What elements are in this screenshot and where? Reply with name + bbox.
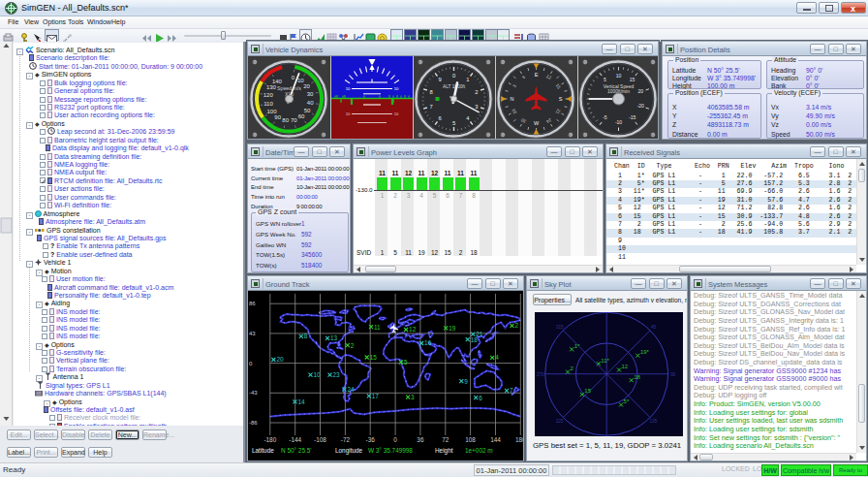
- svg-text:-36: -36: [366, 436, 376, 443]
- svg-text:24: 24: [347, 386, 355, 393]
- svg-text:W: W: [534, 120, 540, 126]
- svg-text:N: N: [511, 96, 514, 102]
- svg-text:135: 135: [650, 419, 658, 424]
- svg-text:18: 18: [634, 374, 640, 380]
- svg-text:Latitude: Latitude: [252, 447, 274, 454]
- svg-text:-43: -43: [249, 390, 258, 396]
- svg-text:1e+002 m: 1e+002 m: [465, 447, 493, 454]
- svg-text:5: 5: [452, 120, 455, 126]
- svg-text:14: 14: [297, 398, 305, 405]
- svg-text:130: 130: [266, 84, 277, 90]
- svg-text:120: 120: [264, 92, 274, 98]
- svg-text:90: 90: [670, 372, 676, 377]
- svg-text:100: 100: [266, 109, 277, 114]
- svg-text:4: 4: [495, 354, 499, 361]
- svg-text:72: 72: [442, 436, 450, 443]
- svg-text:E: E: [535, 72, 539, 78]
- svg-text:Height: Height: [435, 447, 453, 455]
- svg-text:2: 2: [515, 322, 519, 329]
- svg-text:-86: -86: [249, 420, 258, 426]
- svg-text:60: 60: [298, 113, 305, 119]
- svg-text:13: 13: [330, 334, 338, 341]
- svg-text:6: 6: [479, 395, 482, 401]
- svg-text:12: 12: [622, 364, 629, 369]
- svg-text:20: 20: [276, 356, 284, 363]
- svg-text:5: 5: [404, 359, 408, 366]
- svg-text:2: 2: [475, 89, 478, 95]
- svg-text:45: 45: [651, 325, 657, 330]
- svg-text:5: 5: [604, 77, 606, 82]
- svg-text:30: 30: [307, 91, 314, 97]
- svg-text:3: 3: [475, 104, 478, 110]
- svg-text:-20: -20: [637, 103, 644, 109]
- svg-text:-5: -5: [603, 114, 607, 120]
- svg-text:0: 0: [393, 436, 397, 443]
- svg-text:180: 180: [515, 436, 523, 443]
- svg-text:S: S: [559, 96, 563, 102]
- svg-text:10: 10: [394, 86, 399, 91]
- svg-text:108: 108: [465, 436, 476, 443]
- svg-text:10: 10: [314, 371, 322, 378]
- svg-text:11: 11: [374, 324, 381, 331]
- svg-text:18: 18: [471, 336, 479, 343]
- svg-text:1*: 1*: [574, 343, 580, 349]
- svg-text:36: 36: [417, 436, 424, 443]
- svg-text:W 3° 35.749998: W 3° 35.749998: [368, 447, 413, 454]
- svg-text:-108: -108: [314, 436, 326, 443]
- svg-text:80: 80: [282, 117, 289, 123]
- svg-text:-144: -144: [289, 436, 301, 443]
- svg-text:2: 2: [351, 342, 355, 349]
- svg-text:270: 270: [537, 372, 544, 377]
- svg-text:8: 8: [430, 89, 433, 95]
- svg-text:40: 40: [307, 100, 314, 106]
- svg-text:23: 23: [333, 371, 341, 378]
- svg-text:15: 15: [370, 354, 378, 361]
- svg-text:-180: -180: [264, 436, 276, 443]
- svg-text:9: 9: [464, 378, 468, 385]
- svg-text:3: 3: [411, 394, 415, 400]
- svg-text:315: 315: [556, 325, 564, 330]
- svg-text:-10: -10: [615, 119, 622, 125]
- svg-text:70: 70: [291, 117, 297, 123]
- svg-text:-72: -72: [341, 436, 351, 443]
- svg-text:140: 140: [272, 79, 283, 84]
- svg-text:43: 43: [249, 331, 256, 336]
- svg-text:0: 0: [452, 73, 455, 79]
- svg-text:10: 10: [346, 111, 351, 116]
- svg-text:12: 12: [409, 326, 417, 333]
- svg-text:-15: -15: [629, 114, 636, 120]
- svg-text:110: 110: [264, 101, 273, 107]
- svg-text:19: 19: [449, 325, 456, 332]
- svg-text:50: 50: [304, 108, 311, 113]
- svg-text:15: 15: [630, 77, 636, 82]
- svg-text:10: 10: [346, 86, 351, 91]
- svg-text:7: 7: [430, 104, 433, 110]
- svg-text:17: 17: [372, 393, 380, 399]
- svg-text:11*: 11*: [601, 358, 609, 364]
- svg-text:10: 10: [394, 111, 399, 116]
- svg-text:90: 90: [274, 114, 281, 120]
- svg-text:Longitude: Longitude: [335, 447, 363, 455]
- svg-text:1: 1: [466, 77, 469, 82]
- svg-text:20: 20: [303, 83, 310, 89]
- svg-text:86: 86: [249, 301, 256, 306]
- svg-text:15: 15: [584, 388, 591, 394]
- svg-text:144: 144: [490, 436, 501, 443]
- svg-text:N 50° 25.5': N 50° 25.5': [281, 447, 312, 454]
- svg-text:ALT 1000ft: ALT 1000ft: [443, 84, 466, 89]
- svg-text:225: 225: [556, 419, 564, 424]
- svg-text:20: 20: [638, 88, 644, 94]
- svg-text:19*: 19*: [640, 349, 650, 355]
- svg-text:7: 7: [510, 387, 513, 394]
- svg-text:9: 9: [438, 77, 441, 82]
- svg-text:6: 6: [438, 115, 441, 121]
- svg-text:5*: 5*: [624, 398, 630, 404]
- svg-text:10: 10: [616, 73, 622, 79]
- svg-text:8: 8: [304, 333, 308, 339]
- svg-text:16: 16: [424, 339, 432, 346]
